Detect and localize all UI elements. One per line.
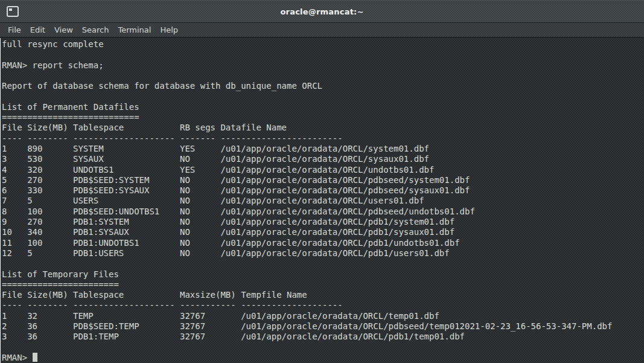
terminal-app-icon[interactable] [7, 6, 19, 17]
terminal-line [2, 342, 644, 353]
menu-item-search[interactable]: Search [81, 23, 110, 37]
terminal-line: RMAN> report schema; [2, 60, 644, 71]
terminal-line [2, 91, 644, 101]
terminal-line: 3 530 SYSAUX NO /u01/app/oracle/oradata/… [2, 154, 644, 164]
terminal-line: full resync complete [2, 39, 644, 50]
terminal-line: File Size(MB) Tablespace Maxsize(MB) Tem… [2, 290, 644, 300]
terminal-line: 11 100 PDB1:UNDOTBS1 NO /u01/app/oracle/… [2, 238, 644, 248]
terminal-line: 8 100 PDB$SEED:UNDOTBS1 NO /u01/app/orac… [2, 207, 644, 217]
terminal-line: =========================== [2, 112, 644, 123]
window-title: oracle@rmancat:~ [0, 7, 644, 16]
terminal-line: 3 36 PDB1:TEMP 32767 /u01/app/oracle/ora… [2, 332, 644, 342]
menu-item-file[interactable]: File [7, 23, 22, 37]
terminal-screen[interactable]: full resync completeRMAN> report schema;… [0, 38, 644, 363]
menu-item-help[interactable]: Help [159, 23, 179, 37]
prompt-mark-icon [9, 8, 12, 11]
rman-prompt-line: RMAN> [2, 353, 644, 363]
terminal-line: 1 890 SYSTEM YES /u01/app/oracle/oradata… [2, 144, 644, 154]
terminal-line: 6 330 PDB$SEED:SYSAUX NO /u01/app/oracle… [2, 185, 644, 196]
terminal-window: oracle@rmancat:~ FileEditViewSearchTermi… [0, 0, 644, 363]
terminal-line: Report of database schema for database w… [2, 81, 644, 91]
terminal-line: 9 270 PDB1:SYSTEM NO /u01/app/oracle/ora… [2, 217, 644, 227]
terminal-line [2, 50, 644, 60]
terminal-line: 12 5 PDB1:USERS NO /u01/app/oracle/orada… [2, 248, 644, 259]
terminal-line: ======================= [2, 280, 644, 290]
terminal-line [2, 259, 644, 269]
menubar: FileEditViewSearchTerminalHelp [0, 23, 644, 37]
menu-item-edit[interactable]: Edit [30, 23, 46, 37]
terminal-cursor[interactable] [33, 353, 37, 362]
terminal-line: 5 270 PDB$SEED:SYSTEM NO /u01/app/oracle… [2, 175, 644, 185]
menu-item-terminal[interactable]: Terminal [117, 23, 151, 37]
terminal-line: File Size(MB) Tablespace RB segs Datafil… [2, 123, 644, 133]
terminal-line: List of Permanent Datafiles [2, 102, 644, 112]
terminal-line: 7 5 USERS NO /u01/app/oracle/oradata/ORC… [2, 196, 644, 206]
terminal-line: 2 36 PDB$SEED:TEMP 32767 /u01/app/oracle… [2, 321, 644, 332]
terminal-line [2, 71, 644, 81]
terminal-line: 4 320 UNDOTBS1 YES /u01/app/oracle/orada… [2, 165, 644, 175]
terminal-line: 1 32 TEMP 32767 /u01/app/oracle/oradata/… [2, 311, 644, 321]
menu-item-view[interactable]: View [54, 23, 74, 37]
terminal-line: 10 340 PDB1:SYSAUX NO /u01/app/oracle/or… [2, 227, 644, 237]
terminal-line: ---- -------- -------------------- -----… [2, 300, 644, 310]
terminal-line: List of Temporary Files [2, 269, 644, 280]
titlebar[interactable]: oracle@rmancat:~ [0, 0, 644, 23]
terminal-line: ---- -------- -------------------- -----… [2, 133, 644, 144]
